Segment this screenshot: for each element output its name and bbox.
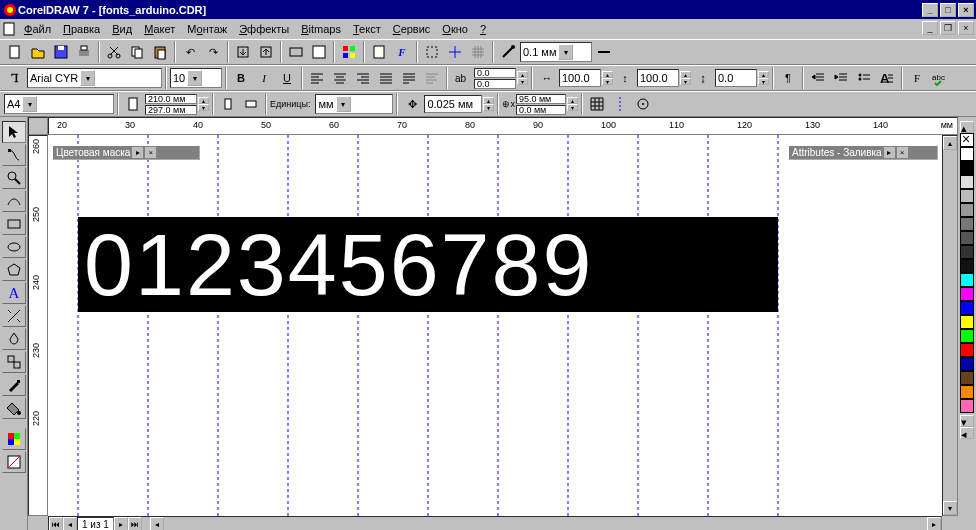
bold-button[interactable]: B bbox=[230, 67, 252, 89]
rectangle-tool[interactable] bbox=[2, 213, 26, 235]
export-button[interactable] bbox=[255, 41, 277, 63]
vertical-scrollbar[interactable]: ▴ ▾ bbox=[942, 135, 958, 516]
menu-window[interactable]: Окно bbox=[436, 21, 474, 37]
import-button[interactable] bbox=[232, 41, 254, 63]
color-mask-docker[interactable]: Цветовая маска ▸ × bbox=[52, 145, 200, 160]
attributes-docker[interactable]: Attributes - Заливка ▸ × bbox=[788, 145, 938, 160]
canvas-text-object[interactable]: 0123456789 bbox=[78, 217, 778, 312]
minimize-button[interactable]: _ bbox=[922, 3, 938, 17]
swatch[interactable] bbox=[960, 329, 974, 343]
mdi-close-button[interactable]: × bbox=[958, 21, 974, 35]
swatch[interactable] bbox=[960, 147, 974, 161]
scroll-right-button[interactable]: ▸ bbox=[927, 517, 941, 530]
fill-tool[interactable] bbox=[2, 397, 26, 419]
dup-x-input[interactable] bbox=[516, 94, 566, 104]
kern-1-input[interactable] bbox=[474, 68, 516, 78]
swatch[interactable] bbox=[960, 161, 974, 175]
vertical-ruler[interactable]: 260250240230220 bbox=[28, 135, 48, 516]
no-color-well[interactable] bbox=[2, 451, 26, 473]
swatch-none[interactable] bbox=[960, 133, 974, 147]
swatch[interactable] bbox=[960, 343, 974, 357]
docker-flyout-icon[interactable]: ▸ bbox=[884, 147, 895, 158]
snap-button[interactable] bbox=[421, 41, 443, 63]
horizontal-ruler[interactable]: мм 2030405060708090100110120130140 bbox=[48, 117, 958, 135]
align-center-button[interactable] bbox=[329, 67, 351, 89]
ellipse-tool[interactable] bbox=[2, 236, 26, 258]
indent-dec-button[interactable] bbox=[807, 67, 829, 89]
grid-button[interactable] bbox=[467, 41, 489, 63]
menu-bitmaps[interactable]: Bitmaps bbox=[295, 21, 347, 37]
menu-layout[interactable]: Макет bbox=[138, 21, 181, 37]
shape-tool[interactable] bbox=[2, 144, 26, 166]
menu-help[interactable]: ? bbox=[474, 21, 492, 37]
swatch[interactable] bbox=[960, 301, 974, 315]
open-button[interactable] bbox=[27, 41, 49, 63]
menu-arrange[interactable]: Монтаж bbox=[181, 21, 233, 37]
cut-button[interactable] bbox=[103, 41, 125, 63]
outline-width-combo[interactable]: 0.1 мм▾ bbox=[520, 42, 592, 62]
align-force-button[interactable] bbox=[398, 67, 420, 89]
swatch[interactable] bbox=[960, 371, 974, 385]
vscale-input[interactable] bbox=[637, 69, 679, 87]
palette-scroll-down[interactable]: ▾ bbox=[960, 415, 974, 427]
indent-inc-button[interactable] bbox=[830, 67, 852, 89]
align-right-button[interactable] bbox=[352, 67, 374, 89]
swatch[interactable] bbox=[960, 273, 974, 287]
interactive-blend-tool[interactable] bbox=[2, 351, 26, 373]
orient-portrait-button[interactable] bbox=[217, 93, 239, 115]
text-format-button[interactable]: F bbox=[391, 41, 413, 63]
save-button[interactable] bbox=[50, 41, 72, 63]
swatch[interactable] bbox=[960, 259, 974, 273]
underline-button[interactable]: U bbox=[276, 67, 298, 89]
baseline-input[interactable] bbox=[715, 69, 757, 87]
snap-guide-toggle[interactable] bbox=[609, 93, 631, 115]
palette-flyout[interactable]: ◂ bbox=[960, 427, 974, 439]
portrait-button[interactable] bbox=[122, 93, 144, 115]
nudge-input[interactable] bbox=[424, 95, 482, 113]
outline-tool[interactable] bbox=[2, 374, 26, 396]
page-width-input[interactable] bbox=[145, 94, 197, 104]
text-tool[interactable]: A bbox=[2, 282, 26, 304]
nonprint-button[interactable]: ¶ bbox=[777, 67, 799, 89]
menu-effects[interactable]: Эффекты bbox=[233, 21, 295, 37]
mdi-minimize-button[interactable]: _ bbox=[922, 21, 938, 35]
hscale-input[interactable] bbox=[559, 69, 601, 87]
char-format-button[interactable]: F bbox=[906, 67, 928, 89]
new-button[interactable] bbox=[4, 41, 26, 63]
swatch[interactable] bbox=[960, 357, 974, 371]
snap-grid-toggle[interactable] bbox=[586, 93, 608, 115]
swatch[interactable] bbox=[960, 217, 974, 231]
paste-button[interactable] bbox=[149, 41, 171, 63]
last-page-button[interactable]: ⏭ bbox=[128, 517, 142, 530]
docker-close-icon[interactable]: × bbox=[897, 147, 908, 158]
kern-2-input[interactable] bbox=[474, 79, 516, 89]
bullets-button[interactable] bbox=[853, 67, 875, 89]
align-left-button[interactable] bbox=[306, 67, 328, 89]
maximize-button[interactable]: □ bbox=[940, 3, 956, 17]
polygon-tool[interactable] bbox=[2, 259, 26, 281]
scroll-up-button[interactable]: ▴ bbox=[943, 136, 957, 150]
interactive-transparency-tool[interactable] bbox=[2, 328, 26, 350]
swatch[interactable] bbox=[960, 231, 974, 245]
interactive-fill-tool[interactable] bbox=[2, 305, 26, 327]
scripts-button[interactable] bbox=[368, 41, 390, 63]
scroll-down-button[interactable]: ▾ bbox=[943, 501, 957, 515]
scroll-left-button[interactable]: ◂ bbox=[150, 517, 164, 530]
docker-close-icon[interactable]: × bbox=[145, 147, 156, 158]
app-launcher-button[interactable] bbox=[338, 41, 360, 63]
next-page-button[interactable]: ▸ bbox=[114, 517, 128, 530]
undo-button[interactable]: ↶ bbox=[179, 41, 201, 63]
docker-flyout-icon[interactable]: ▸ bbox=[132, 147, 143, 158]
ruler-corner[interactable] bbox=[28, 117, 48, 135]
swatch[interactable] bbox=[960, 315, 974, 329]
outline-pen-button[interactable] bbox=[497, 41, 519, 63]
first-page-button[interactable]: ⏮ bbox=[49, 517, 63, 530]
page-height-input[interactable] bbox=[145, 105, 197, 115]
copy-button[interactable] bbox=[126, 41, 148, 63]
menu-file[interactable]: ФФайлайл bbox=[18, 21, 57, 37]
menu-view[interactable]: Вид bbox=[106, 21, 138, 37]
font-combo[interactable]: Arial CYR▾ bbox=[27, 68, 162, 88]
guidelines-button[interactable] bbox=[444, 41, 466, 63]
pick-tool[interactable] bbox=[2, 121, 26, 143]
menu-edit[interactable]: Правка bbox=[57, 21, 106, 37]
